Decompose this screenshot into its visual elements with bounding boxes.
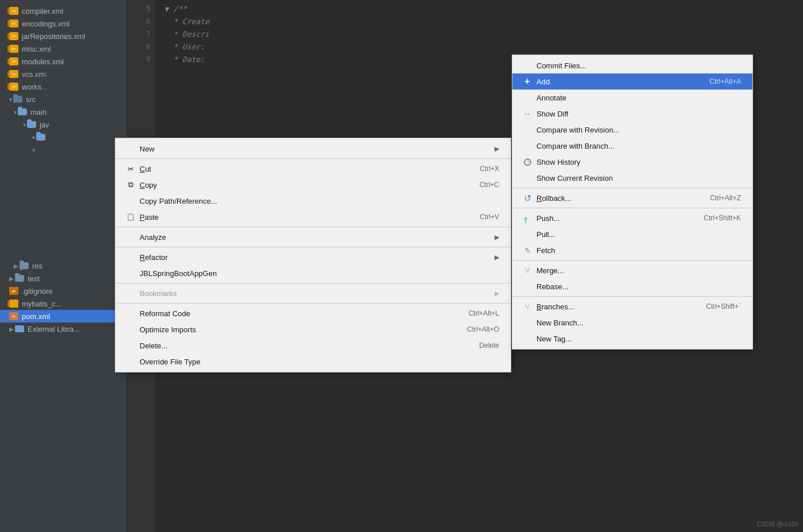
menu-item-showhistory[interactable]: Show History — [512, 154, 752, 170]
file-item-main[interactable]: ▾ main — [0, 106, 126, 118]
menu-item-newbranch[interactable]: New Branch... — [512, 314, 752, 331]
file-label: test — [28, 274, 40, 283]
menu-item-copypath[interactable]: Copy Path/Reference... — [115, 193, 511, 209]
menu-item-branches[interactable]: ⑂ Branches... Ctrl+Shift+` — [512, 298, 752, 314]
menu-item-delete[interactable]: Delete... Delete — [115, 337, 511, 354]
xml-file-icon: </> — [9, 57, 18, 66]
copy-icon: ⧉ — [125, 180, 136, 189]
override-label: Override File Type — [140, 358, 499, 366]
file-item-jar[interactable]: </> jarRepositories.xml — [0, 30, 126, 42]
file-item-misc[interactable]: </> misc.xml — [0, 42, 126, 55]
separator-1 — [115, 158, 511, 159]
bookmarks-arrow: ▶ — [495, 290, 499, 297]
folder-icon-test — [15, 274, 24, 283]
pull-label: Pull... — [536, 230, 741, 239]
menu-item-showcurrentrevision[interactable]: Show Current Revision — [512, 170, 752, 186]
file-label: misc.xml — [22, 45, 51, 53]
code-line-5: ▼/** — [164, 2, 794, 15]
line-num-5: 5 — [126, 2, 150, 15]
file-label: vcs.xml — [22, 70, 47, 79]
refactor-arrow: ▶ — [495, 254, 499, 261]
folder-icon-main — [18, 107, 27, 117]
file-item-encodings[interactable]: </> encodings.xml — [0, 17, 126, 30]
comparebranch-label: Compare with Branch... — [536, 142, 741, 150]
refactor-label: Refactor — [140, 253, 495, 262]
menu-item-paste[interactable]: 📋 Paste Ctrl+V — [115, 209, 511, 225]
file-label: jav — [40, 121, 49, 129]
menu-item-reformat[interactable]: Reformat Code Ctrl+Alt+L — [115, 305, 511, 321]
paste-icon: 📋 — [125, 213, 136, 221]
menu-item-newtag[interactable]: New Tag... — [512, 331, 752, 347]
menu-item-refactor[interactable]: Refactor ▶ — [115, 249, 511, 265]
xml-file-icon: </> — [9, 69, 18, 79]
file-label: main — [30, 108, 47, 117]
file-item-subfolder[interactable]: ▾ — [0, 131, 126, 143]
rollback-label: Rollback... — [536, 194, 710, 203]
delete-shortcut: Delete — [479, 341, 499, 350]
file-item-test[interactable]: ▶ test — [0, 272, 126, 285]
file-label: res — [32, 262, 43, 270]
add-shortcut: Ctrl+Alt+A — [709, 77, 741, 86]
menu-item-add[interactable]: + Add Ctrl+Alt+A — [512, 73, 752, 90]
menu-item-rebase[interactable]: Rebase... — [512, 278, 752, 294]
file-item-res[interactable]: ▶ res — [0, 259, 126, 272]
cut-icon: ✂ — [125, 165, 136, 173]
menu-item-rollback[interactable]: ↺ Rollback... Ctrl+Alt+Z — [512, 190, 752, 206]
branches-shortcut: Ctrl+Shift+` — [706, 302, 741, 310]
file-item-works[interactable]: </> works... — [0, 80, 126, 93]
separator-5 — [115, 303, 511, 304]
menu-item-optimize[interactable]: Optimize Imports Ctrl+Alt+O — [115, 321, 511, 337]
cut-shortcut: Ctrl+X — [480, 165, 499, 173]
line-num-8: 8 — [126, 40, 150, 53]
file-item-src[interactable]: ▾ src — [0, 93, 126, 106]
annotate-label: Annotate — [536, 94, 741, 102]
file-label: External Libra... — [28, 325, 80, 333]
comparerevision-label: Compare with Revision... — [536, 126, 741, 134]
showdiff-label: Show Diff — [536, 110, 741, 118]
showdiff-icon: ↔ — [522, 109, 533, 118]
push-icon: ↗ — [520, 211, 534, 225]
code-line-6: * Create — [164, 15, 794, 28]
new-label: New — [140, 145, 495, 153]
menu-item-fetch[interactable]: ✎ Fetch — [512, 242, 752, 258]
file-label: encodings.xml — [22, 20, 70, 28]
file-label: src — [26, 95, 36, 104]
copy-shortcut: Ctrl+C — [480, 181, 499, 189]
new-arrow: ▶ — [495, 145, 499, 153]
file-item-mybatis[interactable]: mybatis_c... — [0, 297, 126, 310]
menu-item-jbl[interactable]: JBLSpringBootAppGen — [115, 265, 511, 281]
menu-item-commitfiles[interactable]: Commit Files... — [512, 57, 752, 73]
menu-item-copy[interactable]: ⧉ Copy Ctrl+C — [115, 177, 511, 193]
menu-item-analyze[interactable]: Analyze ▶ — [115, 229, 511, 245]
separator-3 — [115, 247, 511, 247]
menu-item-cut[interactable]: ✂ Cut Ctrl+X — [115, 161, 511, 177]
file-item-jav[interactable]: ▾ jav — [0, 118, 126, 131]
menu-item-merge[interactable]: ⑂ Merge... — [512, 262, 752, 278]
file-item-vcs[interactable]: </> vcs.xml — [0, 68, 126, 80]
push-shortcut: Ctrl+Shift+K — [704, 214, 741, 222]
file-item-extlib[interactable]: ▶ External Libra... — [0, 323, 126, 335]
watermark-text: CSDN @st103 — [757, 521, 798, 527]
menu-item-push[interactable]: ↗ Push... Ctrl+Shift+K — [512, 210, 752, 226]
file-item-pom[interactable]: m pom.xml — [0, 310, 126, 323]
menu-item-bookmarks[interactable]: Bookmarks ▶ — [115, 285, 511, 301]
file-item-compiler[interactable]: </> compiler.xml — [0, 5, 126, 17]
paste-shortcut: Ctrl+V — [480, 213, 499, 221]
file-item-gitignore[interactable]: git .gitignore — [0, 285, 126, 297]
file-item-arrow[interactable]: ▾ — [0, 143, 126, 156]
folder-icon-sub — [36, 133, 45, 142]
file-item-modules[interactable]: </> modules.xml — [0, 55, 126, 68]
commitfiles-label: Commit Files... — [536, 61, 741, 70]
branches-label: Branches... — [536, 302, 706, 311]
menu-item-pull[interactable]: Pull... — [512, 226, 752, 242]
menu-item-override[interactable]: Override File Type — [115, 354, 511, 370]
menu-item-comparewithbranch[interactable]: Compare with Branch... — [512, 138, 752, 154]
menu-item-comparewithrevision[interactable]: Compare with Revision... — [512, 122, 752, 138]
menu-item-annotate[interactable]: Annotate — [512, 90, 752, 106]
xml-file-icon: </> — [9, 19, 18, 28]
rebase-label: Rebase... — [536, 282, 741, 291]
line-num-6: 6 — [126, 15, 150, 28]
menu-item-showdiff[interactable]: ↔ Show Diff — [512, 106, 752, 122]
separator-2 — [115, 227, 511, 227]
menu-item-new[interactable]: New ▶ — [115, 141, 511, 157]
